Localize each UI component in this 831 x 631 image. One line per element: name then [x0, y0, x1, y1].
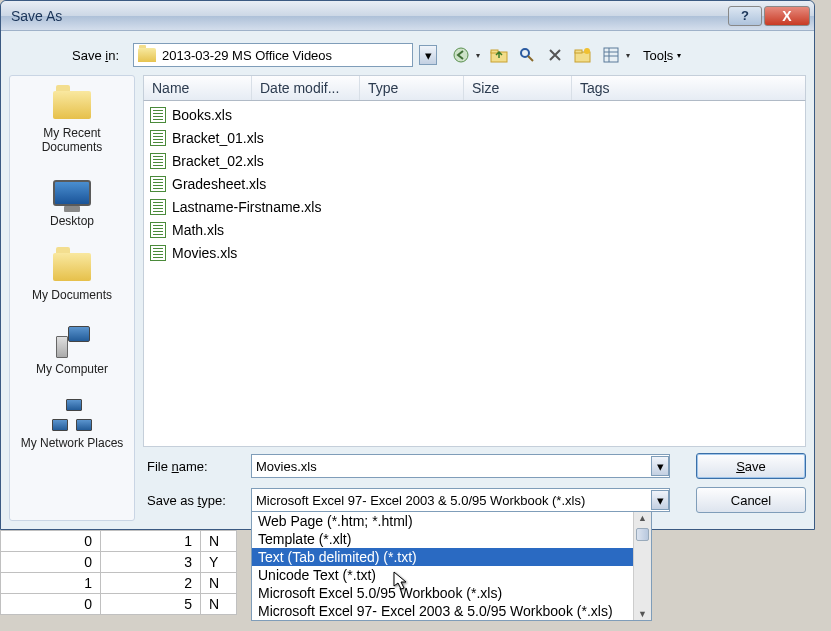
file-name: Movies.xls — [172, 245, 237, 261]
sidebar-item-label: My Network Places — [21, 436, 124, 450]
excel-file-icon — [150, 107, 166, 123]
file-row[interactable]: Bracket_02.xls — [144, 149, 805, 172]
sidebar-item-label: My Recent Documents — [16, 126, 128, 154]
save-as-dialog: Save As ? X Save in: 2013-03-29 MS Offic… — [0, 0, 815, 530]
save-in-combobox[interactable]: 2013-03-29 MS Office Videos — [133, 43, 413, 67]
excel-file-icon — [150, 199, 166, 215]
window-title: Save As — [11, 8, 728, 24]
computer-icon — [52, 324, 92, 358]
mouse-cursor-icon — [393, 571, 409, 591]
column-type[interactable]: Type — [360, 76, 464, 100]
save-type-dropdown-button[interactable]: ▾ — [651, 490, 669, 510]
filename-value: Movies.xls — [256, 459, 651, 474]
file-name: Lastname-Firstname.xls — [172, 199, 321, 215]
save-type-combobox[interactable]: Microsoft Excel 97- Excel 2003 & 5.0/95 … — [251, 488, 670, 512]
save-in-value: 2013-03-29 MS Office Videos — [162, 48, 408, 63]
svg-rect-2 — [491, 50, 498, 53]
svg-line-4 — [528, 56, 533, 61]
sidebar-item-label: Desktop — [50, 214, 94, 228]
file-name: Math.xls — [172, 222, 224, 238]
cell[interactable]: 1 — [1, 573, 101, 594]
save-type-option[interactable]: Microsoft Excel 5.0/95 Workbook (*.xls) — [252, 584, 651, 602]
sidebar-item-documents[interactable]: My Documents — [12, 242, 132, 316]
places-sidebar: My Recent Documents Desktop My Documents… — [9, 75, 135, 521]
cell[interactable]: 1 — [101, 531, 201, 552]
cell[interactable]: 0 — [1, 552, 101, 573]
file-list[interactable]: Books.xlsBracket_01.xlsBracket_02.xlsGra… — [143, 101, 806, 447]
save-type-value: Microsoft Excel 97- Excel 2003 & 5.0/95 … — [256, 493, 651, 508]
tools-menu-button[interactable]: Tools▾ — [637, 43, 687, 67]
up-folder-icon[interactable] — [487, 43, 511, 67]
file-list-header: Name Date modif... Type Size Tags — [143, 75, 806, 101]
cell[interactable]: N — [201, 573, 237, 594]
file-row[interactable]: Gradesheet.xls — [144, 172, 805, 195]
sidebar-item-network[interactable]: My Network Places — [12, 390, 132, 464]
sidebar-item-label: My Computer — [36, 362, 108, 376]
file-name: Gradesheet.xls — [172, 176, 266, 192]
scrollbar-thumb[interactable] — [636, 528, 649, 541]
help-button[interactable]: ? — [728, 6, 762, 26]
file-name: Bracket_01.xls — [172, 130, 264, 146]
scrollbar[interactable] — [633, 512, 651, 620]
save-in-dropdown-button[interactable]: ▾ — [419, 45, 437, 65]
save-type-dropdown-list[interactable]: Web Page (*.htm; *.html)Template (*.xlt)… — [251, 511, 652, 621]
cell[interactable]: 3 — [101, 552, 201, 573]
excel-file-icon — [150, 222, 166, 238]
save-in-label: Save in: — [9, 48, 127, 63]
sidebar-item-label: My Documents — [32, 288, 112, 302]
back-dropdown-icon[interactable]: ▾ — [473, 43, 483, 67]
cancel-button[interactable]: Cancel — [696, 487, 806, 513]
sidebar-item-recent[interactable]: My Recent Documents — [12, 80, 132, 168]
column-name[interactable]: Name — [144, 76, 252, 100]
svg-point-7 — [584, 48, 590, 54]
svg-rect-6 — [575, 50, 582, 53]
save-type-option[interactable]: Web Page (*.htm; *.html) — [252, 512, 651, 530]
cell[interactable]: 0 — [1, 531, 101, 552]
column-tags[interactable]: Tags — [572, 76, 805, 100]
excel-file-icon — [150, 130, 166, 146]
folder-icon — [53, 253, 91, 281]
search-icon[interactable] — [515, 43, 539, 67]
svg-point-0 — [454, 48, 468, 62]
filename-dropdown-button[interactable]: ▾ — [651, 456, 669, 476]
column-date[interactable]: Date modif... — [252, 76, 360, 100]
cell[interactable]: 5 — [101, 594, 201, 615]
cell[interactable]: N — [201, 594, 237, 615]
filename-label: File name: — [143, 459, 241, 474]
cell[interactable]: N — [201, 531, 237, 552]
save-type-option[interactable]: Microsoft Excel 97- Excel 2003 & 5.0/95 … — [252, 602, 651, 620]
save-button[interactable]: Save — [696, 453, 806, 479]
save-type-option[interactable]: Unicode Text (*.txt) — [252, 566, 651, 584]
excel-file-icon — [150, 245, 166, 261]
cell[interactable]: 0 — [1, 594, 101, 615]
cell[interactable]: Y — [201, 552, 237, 573]
excel-file-icon — [150, 176, 166, 192]
desktop-icon — [53, 180, 91, 206]
folder-icon — [138, 48, 156, 62]
back-icon[interactable] — [449, 43, 473, 67]
svg-point-3 — [521, 49, 529, 57]
file-row[interactable]: Bracket_01.xls — [144, 126, 805, 149]
close-button[interactable]: X — [764, 6, 810, 26]
views-icon[interactable] — [599, 43, 623, 67]
filename-input[interactable]: Movies.xls ▾ — [251, 454, 670, 478]
column-size[interactable]: Size — [464, 76, 572, 100]
save-type-label: Save as type: — [143, 493, 241, 508]
file-row[interactable]: Lastname-Firstname.xls — [144, 195, 805, 218]
folder-icon — [53, 91, 91, 119]
titlebar[interactable]: Save As ? X — [1, 1, 814, 31]
svg-rect-8 — [604, 48, 618, 62]
sidebar-item-computer[interactable]: My Computer — [12, 316, 132, 390]
file-name: Books.xls — [172, 107, 232, 123]
file-row[interactable]: Math.xls — [144, 218, 805, 241]
new-folder-icon[interactable] — [571, 43, 595, 67]
save-type-option[interactable]: Template (*.xlt) — [252, 530, 651, 548]
views-dropdown-icon[interactable]: ▾ — [623, 43, 633, 67]
delete-icon[interactable] — [543, 43, 567, 67]
file-name: Bracket_02.xls — [172, 153, 264, 169]
cell[interactable]: 2 — [101, 573, 201, 594]
file-row[interactable]: Books.xls — [144, 103, 805, 126]
sidebar-item-desktop[interactable]: Desktop — [12, 168, 132, 242]
save-type-option[interactable]: Text (Tab delimited) (*.txt) — [252, 548, 651, 566]
file-row[interactable]: Movies.xls — [144, 241, 805, 264]
